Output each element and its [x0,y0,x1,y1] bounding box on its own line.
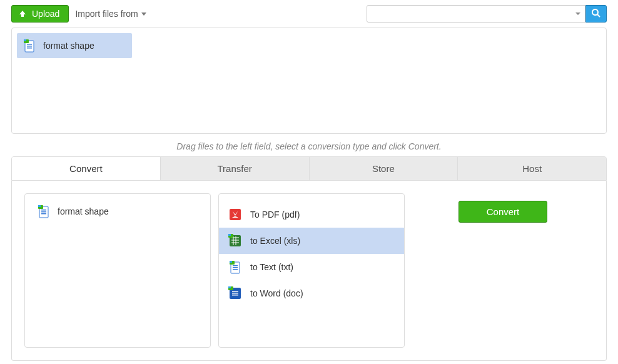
svg-rect-22 [228,234,231,236]
format-list-panel: To PDF (pdf) to Excel (xls) to Text (txt… [218,193,405,348]
svg-rect-32 [232,295,238,296]
tab-label: Store [372,163,395,174]
caret-down-icon [141,13,146,16]
svg-rect-31 [232,293,238,294]
file-doc-icon [22,38,37,53]
svg-rect-30 [232,291,238,292]
uploaded-file-name: format shape [43,41,94,51]
file-drop-area[interactable]: format shape [11,28,607,134]
uploaded-file-chip[interactable]: format shape [17,33,132,58]
selected-file-name: format shape [58,206,109,216]
format-option-word[interactable]: to Word (doc) [219,280,404,306]
svg-rect-4 [27,46,32,47]
import-files-dropdown[interactable]: Import files from [75,9,146,19]
format-label: to Word (doc) [250,288,303,298]
svg-rect-5 [27,48,32,49]
tab-label: Convert [69,163,103,174]
format-label: to Text (txt) [250,262,293,272]
tab-bar: Convert Transfer Store Host [11,156,607,181]
svg-rect-28 [230,261,232,263]
svg-point-0 [592,9,598,15]
svg-rect-13 [38,205,41,207]
format-option-excel[interactable]: to Excel (xls) [219,228,404,254]
format-label: to Excel (xls) [250,236,300,246]
svg-rect-3 [27,44,32,45]
svg-rect-34 [228,286,231,288]
svg-rect-10 [41,211,46,213]
search-icon [591,8,601,20]
tab-host[interactable]: Host [458,157,606,180]
format-option-text[interactable]: to Text (txt) [219,254,404,280]
toolbar: Upload Import files from [11,5,607,23]
upload-arrow-icon [18,9,27,18]
svg-rect-7 [24,39,26,41]
action-panel: Convert [412,193,594,348]
svg-rect-11 [41,213,46,215]
tab-transfer[interactable]: Transfer [161,157,310,180]
word-icon [228,286,243,301]
tab-store[interactable]: Store [310,157,458,180]
search-group [367,5,607,23]
tab-label: Host [522,163,542,174]
pdf-icon [228,207,243,222]
selected-file-item[interactable]: format shape [33,201,203,221]
convert-panel: format shape To PDF (pdf) to Excel (xls) [11,181,607,361]
format-option-pdf[interactable]: To PDF (pdf) [219,201,404,228]
tab-label: Transfer [217,163,251,174]
svg-rect-25 [233,267,238,268]
import-label: Import files from [75,9,138,19]
svg-line-1 [597,14,600,17]
hint-text: Drag files to the left field, select a c… [11,141,607,151]
convert-button[interactable]: Convert [458,201,548,223]
file-doc-icon [36,204,51,219]
text-icon [228,260,243,275]
format-label: To PDF (pdf) [250,210,300,220]
svg-rect-26 [233,269,238,270]
excel-icon [228,233,243,248]
tab-convert[interactable]: Convert [12,157,161,180]
svg-rect-24 [233,265,238,266]
search-input[interactable] [367,5,585,23]
upload-label: Upload [32,9,59,19]
upload-button[interactable]: Upload [11,5,69,23]
svg-rect-9 [41,210,46,211]
selected-file-panel: format shape [24,193,211,348]
search-button[interactable] [585,5,607,23]
convert-button-label: Convert [487,206,520,217]
